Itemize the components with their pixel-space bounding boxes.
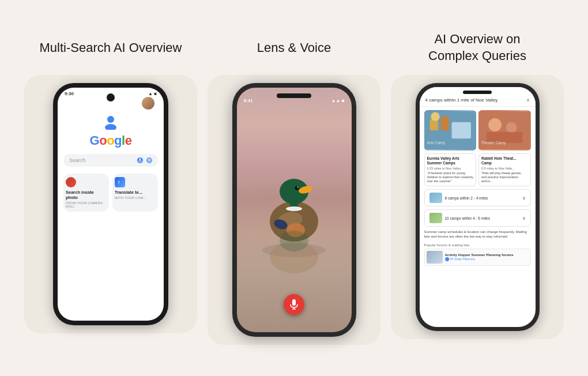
phone-1-content: Google Search: [58, 96, 164, 321]
camp-card-1-desc: "A fantastic place for young children to…: [427, 171, 474, 183]
camp-cards: Eureka Valley Arts Summer Camps 0.25 mil…: [424, 153, 531, 186]
svg-text:Arts Camp: Arts Camp: [427, 141, 445, 145]
svg-point-0: [107, 116, 114, 123]
forum-img-1: [427, 251, 443, 264]
btn1-sub: FROM YOUR CAMERA ROLL: [66, 201, 107, 208]
duck-illustration: [245, 135, 343, 285]
expand-row-2-img: [429, 213, 442, 223]
status-icons-2: ▲▲ ■: [331, 98, 345, 103]
camp-card-2-desc: "Kids will play theate games, and practi…: [481, 171, 528, 183]
status-time-2: 9:41: [244, 98, 253, 103]
camp-card-1-dist: 0.25 miles to Noe Valley: [427, 167, 474, 170]
phone-3-pill: [463, 91, 492, 94]
camp-card-2: Rabbit Hole Theat... Camp 0.5 miles to N…: [478, 153, 531, 186]
mic-voice-icon: [290, 299, 298, 310]
phone-2-status: 9:41 ▲▲ ■: [244, 98, 345, 103]
svg-point-14: [295, 186, 299, 190]
card-lens-voice: Lens & Voice 9:41 ▲▲ ■: [208, 31, 380, 345]
card-ai-overview: AI Overview onComplex Queries 4 camps wi…: [391, 31, 564, 339]
phone-wrapper-3: 4 camps within 1 mile of Noe Valley ∧: [391, 75, 564, 339]
info-text: Summer camp schedules & location can cha…: [424, 230, 531, 239]
svg-text:Theater Camp: Theater Camp: [481, 141, 506, 145]
phone-3-screen: 4 camps within 1 mile of Noe Valley ∧: [420, 87, 536, 327]
action-btn-photo[interactable]: Search inside photo FROM YOUR CAMERA ROL…: [63, 174, 109, 212]
google-logo: Google: [90, 133, 132, 148]
expand-row-1-img: [429, 193, 442, 203]
phone-2-screen: 9:41 ▲▲ ■: [237, 88, 352, 332]
camp-card-2-dist: 0.5 miles to Noe Valle...: [481, 167, 528, 170]
svg-rect-26: [451, 122, 470, 139]
forum-1-title: Activity Hopper Summer Planning forums: [445, 253, 514, 257]
phone-wrapper-1: 9:30 ▲ ■ Google: [24, 75, 197, 333]
search-icons: [137, 157, 152, 163]
expand-row-2-text: 10 camps within 4 - 6 miles: [445, 216, 490, 220]
status-time: 9:30: [65, 91, 74, 96]
svg-rect-24: [440, 116, 448, 130]
phone-1: 9:30 ▲ ■ Google: [53, 83, 168, 325]
phone-3-content: Arts Camp Theater Camp: [420, 107, 536, 327]
svg-point-4: [149, 160, 150, 161]
status-icons: ▲ ■: [148, 91, 157, 96]
svg-point-18: [280, 231, 308, 251]
duck-background: 9:41 ▲▲ ■: [237, 88, 352, 332]
svg-text:T: T: [118, 181, 120, 185]
camp-card-1: Eureka Valley Arts Summer Camps 0.25 mil…: [424, 153, 477, 186]
camp-photo-1: Arts Camp: [424, 110, 477, 151]
phone-1-notch: [107, 93, 115, 101]
camp-card-2-title: Rabbit Hole Theat... Camp: [481, 156, 528, 166]
search-bar[interactable]: Search: [63, 154, 158, 167]
camp-card-1-title: Eureka Valley Arts Summer Camps: [427, 156, 474, 166]
camp-photo-2: Theater Camp: [478, 110, 531, 151]
action-buttons: Search inside photo FROM YOUR CAMERA ROL…: [63, 174, 158, 212]
phone-2-pill: [277, 93, 311, 98]
btn2-title: Translate te...: [115, 190, 156, 195]
phone-1-screen: 9:30 ▲ ■ Google: [58, 88, 164, 321]
card-title-lens-voice: Lens & Voice: [257, 31, 331, 65]
svg-point-30: [506, 122, 517, 133]
chevron-up-icon: ∧: [526, 97, 530, 103]
phone-2: 9:41 ▲▲ ■: [232, 83, 356, 337]
phone-3: 4 camps within 1 mile of Noe Valley ∧: [416, 83, 540, 331]
card-title-multi-search: Multi-Search AI Overview: [40, 31, 182, 65]
svg-point-10: [286, 206, 302, 211]
phone-wrapper-2: 9:41 ▲▲ ■: [208, 75, 380, 345]
search-placeholder: Search: [69, 157, 86, 163]
expand-row-1[interactable]: 8 camps within 2 - 4 miles ∨: [424, 189, 531, 206]
svg-rect-19: [292, 299, 296, 306]
phone-1-avatar: [142, 97, 154, 110]
forum-item-1[interactable]: Activity Hopper Summer Planning forums f…: [424, 249, 531, 266]
svg-point-25: [431, 112, 439, 121]
voice-button[interactable]: [284, 294, 304, 315]
svg-point-29: [488, 118, 502, 131]
expand-row-2[interactable]: 10 camps within 4 - 6 miles ∨: [424, 209, 531, 227]
phone-3-header-text: 4 camps within 1 mile of Noe Valley: [425, 97, 498, 103]
forums-label: Popular forums & mailing lists: [424, 243, 531, 247]
svg-point-1: [105, 124, 116, 130]
expand-row-2-left: 10 camps within 4 - 6 miles: [429, 213, 490, 223]
forum-1-sub: f SF Daily Planners: [445, 257, 514, 261]
svg-point-15: [297, 187, 299, 188]
expand-row-1-left: 8 camps within 2 - 4 miles: [429, 193, 488, 203]
card-multi-search: Multi-Search AI Overview 9:30 ▲ ■: [24, 31, 197, 333]
lens-icon: [146, 157, 152, 163]
action-btn-translate[interactable]: T Translate te... WITH YOUR CAM...: [112, 174, 158, 212]
svg-rect-23: [429, 119, 438, 130]
svg-rect-2: [140, 158, 141, 161]
forums-section: Popular forums & mailing lists Activity …: [424, 243, 531, 266]
main-container: Multi-Search AI Overview 9:30 ▲ ■: [0, 20, 588, 356]
btn2-sub: WITH YOUR CAM...: [115, 196, 156, 200]
chevron-down-icon-1: ∨: [522, 195, 526, 201]
mic-icon: [137, 157, 143, 163]
forum-text-block-1: Activity Hopper Summer Planning forums f…: [445, 253, 514, 261]
sf-icon: f: [445, 257, 449, 261]
card-title-ai-overview: AI Overview onComplex Queries: [428, 31, 526, 65]
btn1-title: Search inside photo: [66, 190, 107, 200]
camp-photos: Arts Camp Theater Camp: [424, 110, 531, 151]
chevron-down-icon-2: ∨: [522, 216, 526, 221]
expand-row-1-text: 8 camps within 2 - 4 miles: [445, 196, 488, 200]
